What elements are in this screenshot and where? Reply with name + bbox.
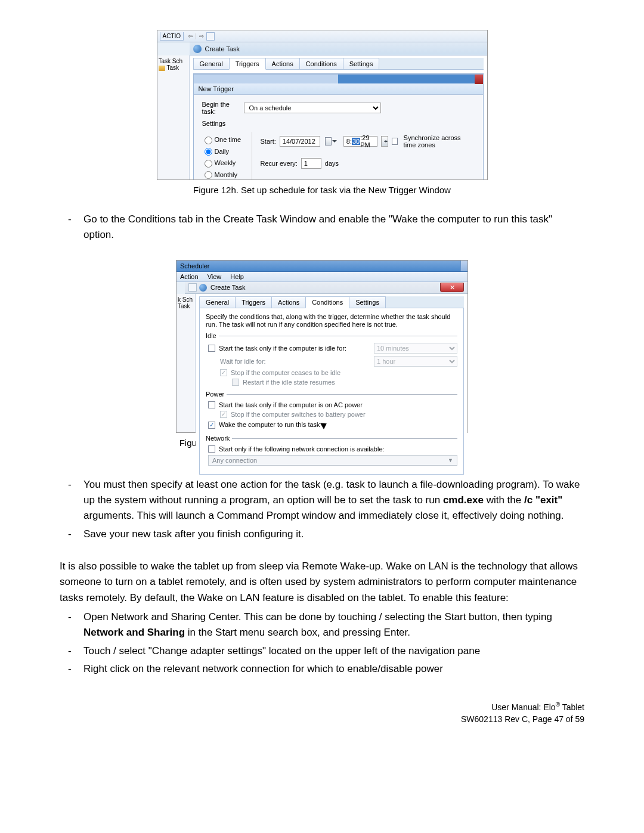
tab-actions[interactable]: Actions [265,58,300,69]
network-start-label: Start only if the following network conn… [219,445,457,453]
left-item-task-sch[interactable]: Task Sch [159,58,188,64]
recur-input[interactable]: 1 [301,158,321,169]
idle-start-label: Start the task only if the computer is i… [219,345,374,352]
menu-view[interactable]: View [208,273,222,280]
network-legend: Network [206,435,232,442]
para-wake-on-lan: It is also possible to wake the tablet u… [60,559,584,606]
ss2-left-rail: k Sch Task [177,294,196,432]
chevron-down-icon: ▼ [448,457,453,463]
forward-arrow-icon[interactable]: ⇨ [197,33,206,39]
create-task-title: Create Task [205,45,240,52]
idle-restart-checkbox [232,379,239,386]
power-wake-label: Wake the computer to run this task [219,420,457,430]
conditions-desc: Specify the conditions that, along with … [206,313,457,329]
screenshot-new-trigger: ACTIO ⇦ | ⇨ Task Sch Task Create Task Ge… [157,30,488,180]
create-task-titlebar: Create Task [190,42,487,55]
scrollbar-icon[interactable] [460,261,467,271]
left-item-task[interactable]: Task [159,64,188,71]
ss2-tabrow: General Triggers Actions Conditions Sett… [199,296,464,308]
begin-task-select[interactable]: On a schedule [244,103,381,113]
menu-action[interactable]: Action [180,273,199,280]
idle-wait-label: Wait for idle for: [220,358,374,365]
idle-wait-select: 1 hour [374,356,457,367]
network-select: Any connection▼ [208,455,457,466]
power-legend: Power [206,391,227,398]
tab-triggers-2[interactable]: Triggers [235,296,272,308]
tab-settings[interactable]: Settings [343,58,380,69]
bullet-right-click: Right click on the relevant network conn… [60,661,584,677]
ss1-tabrow: General Triggers Actions Conditions Sett… [193,58,484,70]
power-batt-label: Stop if the computer switches to battery… [231,411,457,418]
left-item-task2[interactable]: Task [178,303,194,309]
toolbar-icon[interactable] [206,32,215,41]
tab-conditions[interactable]: Conditions [299,58,343,69]
radio-weekly[interactable]: Weekly [202,157,252,169]
bullet-save-task: Save your new task after you finish conf… [60,527,584,542]
tab-actions-2[interactable]: Actions [271,296,306,308]
power-ac-checkbox[interactable] [208,401,215,408]
left-item-ksch[interactable]: k Sch [178,296,194,303]
new-trigger-dialog: New Trigger Begin the task: On a schedul… [193,73,484,179]
radio-daily[interactable]: Daily [202,146,252,158]
start-label: Start: [261,138,276,145]
idle-for-select: 10 minutes [374,343,457,354]
create-task-titlebar-2: Create Task ✕ [185,282,467,294]
menu-row: Action View Help [177,272,467,282]
tab-conditions-2[interactable]: Conditions [305,296,349,308]
idle-stop-checkbox [220,369,227,376]
tab-triggers[interactable]: Triggers [229,58,266,70]
tab-settings-2[interactable]: Settings [349,296,386,308]
screenshot-conditions: Scheduler Action View Help k Sch Task Cr… [176,260,468,433]
toolbar-icon-2[interactable] [188,283,197,292]
back-arrow-icon[interactable]: ⇦ [185,33,195,39]
cut-label: ACTIO [160,32,184,41]
ss1-toolbar: ACTIO ⇦ | ⇨ [157,30,487,42]
task-icon-2 [199,284,207,292]
idle-legend: Idle [206,332,219,339]
settings-label: Settings [202,120,244,127]
start-time-input[interactable]: 8:30:29 PM [343,136,377,147]
bullet-specify-action: You must then specify at least one actio… [60,477,584,524]
ss1-left-rail: Task Sch Task [157,55,190,179]
start-date-input[interactable]: 14/07/2012 [280,136,320,147]
idle-restart-label: Restart if the idle state resumes [243,379,457,386]
power-ac-label: Start the task only if the computer is o… [219,401,457,408]
bullet-change-adapter: Touch / select "Change adapter settings"… [60,643,584,659]
scheduler-titlebar: Scheduler [177,261,467,272]
sync-tz-checkbox[interactable] [392,138,398,145]
radio-monthly[interactable]: Monthly [202,169,252,179]
caption-12h: Figure 12h. Set up schedule for task via… [60,185,584,195]
sync-tz-label: Synchronize across time zones [404,134,475,148]
recurrence-radios: One time Daily Weekly Monthly [202,132,252,179]
create-task-title-2: Create Task [210,284,246,291]
power-wake-checkbox[interactable] [208,422,215,429]
tab-general-2[interactable]: General [199,296,236,308]
new-trigger-blurred-bar [194,74,483,83]
recur-label: Recur every: [261,160,298,167]
network-start-checkbox[interactable] [208,445,215,453]
time-spinner[interactable] [381,136,388,147]
cursor-icon [321,420,329,430]
task-icon [193,45,202,53]
menu-help[interactable]: Help [230,273,244,280]
idle-start-checkbox[interactable] [208,345,215,352]
close-button[interactable]: ✕ [440,283,464,292]
calendar-icon[interactable] [325,137,332,145]
tab-general[interactable]: General [193,58,230,69]
radio-one-time[interactable]: One time [202,134,252,146]
begin-task-label: Begin the task: [202,101,244,115]
new-trigger-title: New Trigger [194,83,483,95]
days-label: days [325,160,339,167]
power-batt-checkbox [220,411,227,418]
bullet-open-network: Open Network and Sharing Center. This ca… [60,609,584,641]
page-footer: User Manual: Elo® Tablet SW602113 Rev C,… [60,701,584,725]
close-icon[interactable] [475,75,483,84]
bullet-conditions-tab: Go to the Conditions tab in the Create T… [60,212,584,243]
folder-icon [159,66,165,71]
idle-stop-label: Stop if the computer ceases to be idle [231,369,457,376]
